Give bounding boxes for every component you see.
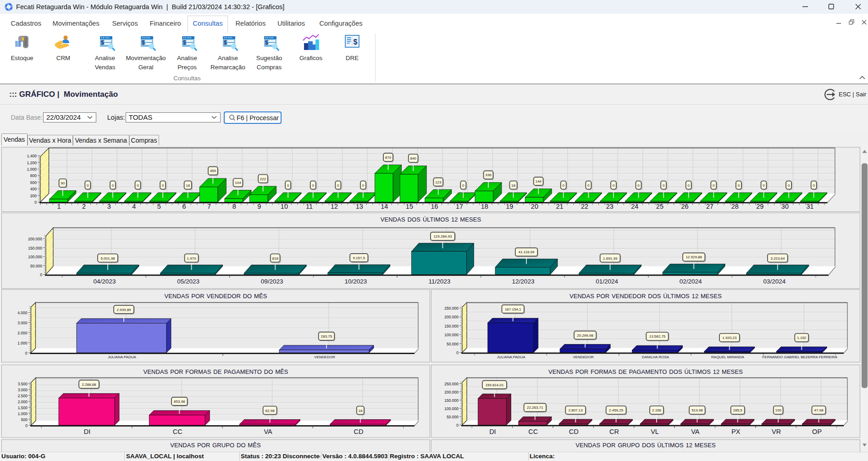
svg-text:336: 336	[485, 173, 492, 177]
svg-text:0: 0	[738, 183, 740, 188]
svg-text:30: 30	[781, 203, 789, 210]
svg-text:24: 24	[631, 203, 638, 210]
svg-text:18: 18	[511, 183, 515, 188]
svg-text:15: 15	[406, 203, 413, 210]
svg-text:50.000: 50.000	[447, 342, 459, 346]
svg-text:4.000: 4.000	[17, 311, 28, 315]
svg-text:100: 100	[775, 408, 782, 412]
svg-text:5.001,98: 5.001,98	[100, 256, 115, 261]
svg-text:513,98: 513,98	[691, 408, 703, 412]
svg-text:31: 31	[806, 203, 813, 210]
svg-text:VENDEDOR: VENDEDOR	[573, 355, 594, 359]
svg-text:11/2023: 11/2023	[428, 278, 450, 285]
svg-text:0: 0	[87, 183, 89, 188]
svg-text:129.284,93: 129.284,93	[433, 234, 452, 239]
svg-text:$: $	[101, 39, 104, 46]
svg-text:41.116,99: 41.116,99	[519, 250, 535, 254]
svg-text:2.500: 2.500	[18, 394, 28, 398]
svg-text:VENDAS POR FORMAS DE PAGAMENTO: VENDAS POR FORMAS DE PAGAMENTO DOS ÚLTIM…	[548, 368, 743, 375]
svg-text:0: 0	[713, 183, 715, 188]
svg-text:12: 12	[331, 203, 338, 210]
svg-text:5: 5	[157, 203, 161, 210]
svg-text:29: 29	[756, 203, 763, 210]
svg-text:0: 0	[40, 272, 42, 277]
svg-text:2.156: 2.156	[652, 408, 662, 412]
svg-text:1.970: 1.970	[187, 256, 197, 261]
svg-text:2.459,25: 2.459,25	[609, 408, 624, 412]
svg-text:0: 0	[456, 423, 459, 428]
svg-text:CD: CD	[569, 428, 579, 435]
svg-text:0: 0	[112, 183, 114, 188]
svg-text:0: 0	[613, 183, 615, 188]
svg-text:50.000: 50.000	[30, 264, 42, 268]
svg-text:0: 0	[162, 183, 164, 188]
svg-text:$: $	[354, 38, 358, 46]
svg-text:$: $	[265, 39, 268, 46]
svg-text:2.000: 2.000	[18, 400, 28, 404]
svg-text:$: $	[183, 39, 186, 46]
svg-text:459: 459	[210, 169, 216, 173]
svg-text:14: 14	[381, 203, 388, 210]
svg-text:144: 144	[535, 179, 542, 183]
svg-text:818: 818	[272, 256, 279, 261]
svg-text:RAQUEL MIRANDA: RAQUEL MIRANDA	[711, 355, 744, 359]
svg-text:CR: CR	[609, 428, 619, 435]
svg-text:100.000: 100.000	[444, 333, 459, 337]
svg-text:222: 222	[260, 177, 266, 181]
svg-text:0: 0	[137, 183, 139, 188]
svg-text:1.000: 1.000	[18, 411, 28, 416]
svg-text:167.154,1: 167.154,1	[505, 307, 521, 311]
svg-text:150.000: 150.000	[28, 246, 42, 250]
svg-text:10: 10	[281, 203, 288, 210]
svg-text:2.807,13: 2.807,13	[569, 408, 583, 412]
svg-text:DI: DI	[84, 428, 91, 435]
svg-text:VENDAS POR GRUPO DOS ÚLTIMOS 1: VENDAS POR GRUPO DOS ÚLTIMOS 12 MESES	[575, 442, 716, 449]
svg-text:870: 870	[385, 156, 392, 160]
svg-text:CC: CC	[173, 428, 182, 435]
svg-text:104: 104	[235, 181, 241, 185]
svg-text:JULIANA PADUA: JULIANA PADUA	[108, 355, 136, 359]
svg-text:1: 1	[57, 203, 61, 210]
svg-text:9: 9	[257, 203, 261, 210]
svg-text:0: 0	[637, 183, 640, 188]
svg-text:09/2023: 09/2023	[261, 278, 283, 285]
svg-text:18: 18	[358, 409, 362, 413]
svg-text:3.500: 3.500	[18, 382, 28, 386]
svg-text:0: 0	[456, 350, 459, 355]
svg-text:150.000: 150.000	[444, 398, 459, 403]
svg-text:0: 0	[312, 183, 315, 188]
svg-text:DANILHA ROSA: DANILHA ROSA	[642, 355, 669, 359]
svg-text:1.500: 1.500	[18, 405, 28, 410]
svg-text:VENDEDOR: VENDEDOR	[314, 355, 335, 359]
svg-text:500: 500	[21, 417, 28, 422]
svg-text:200: 200	[30, 194, 37, 198]
svg-text:20.299,98: 20.299,98	[577, 333, 593, 338]
svg-text:VENDAS POR FORMAS DE PAGAMENTO: VENDAS POR FORMAS DE PAGAMENTO DO MÊS	[143, 368, 288, 375]
svg-text:0: 0	[337, 183, 339, 188]
svg-text:2: 2	[82, 203, 86, 210]
svg-text:CD: CD	[354, 428, 363, 435]
svg-text:1.000: 1.000	[27, 167, 37, 172]
svg-text:0: 0	[663, 183, 665, 188]
svg-text:400: 400	[30, 187, 37, 191]
svg-text:20: 20	[531, 203, 538, 210]
svg-text:0: 0	[287, 183, 289, 188]
svg-text:JULIANA PADUA: JULIANA PADUA	[497, 355, 525, 359]
svg-text:9.157,5: 9.157,5	[353, 256, 365, 260]
svg-text:853,98: 853,98	[174, 400, 185, 404]
svg-text:16: 16	[431, 203, 438, 210]
svg-text:VR: VR	[772, 428, 781, 435]
svg-text:0: 0	[813, 183, 815, 188]
svg-text:0: 0	[788, 183, 790, 188]
svg-text:VENDAS DOS ÚLTIMOS 12 MESES: VENDAS DOS ÚLTIMOS 12 MESES	[381, 216, 481, 223]
svg-text:22.263,71: 22.263,71	[527, 405, 543, 410]
svg-text:23: 23	[606, 203, 614, 210]
svg-text:62,98: 62,98	[265, 409, 275, 413]
svg-text:200.000: 200.000	[28, 237, 42, 241]
svg-text:2.939,89: 2.939,89	[116, 308, 131, 312]
svg-text:285,5: 285,5	[733, 408, 743, 412]
svg-text:12.929,88: 12.929,88	[686, 255, 702, 259]
svg-text:250.000: 250.000	[444, 382, 459, 386]
svg-text:3.223,64: 3.223,64	[770, 256, 785, 261]
svg-text:13.562,75: 13.562,75	[649, 334, 666, 339]
